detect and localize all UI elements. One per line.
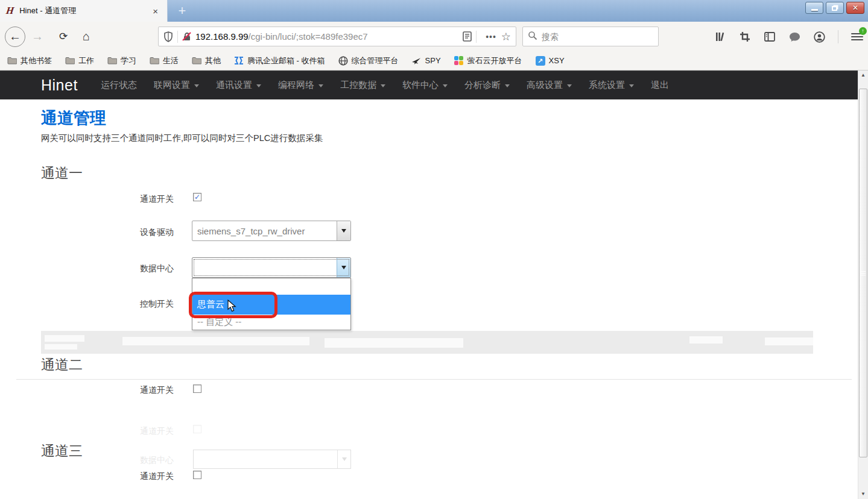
select-arrow-icon[interactable] [337, 258, 350, 277]
folder-icon [107, 56, 117, 66]
nav-item-software-center[interactable]: 软件中心 [402, 80, 448, 91]
chevron-down-icon [256, 84, 261, 87]
screenshot-icon[interactable] [739, 31, 751, 43]
channel1-switch-checkbox[interactable]: ✓ [193, 193, 201, 201]
ghost-checkbox [193, 425, 201, 433]
scrollbar-thumb[interactable] [859, 89, 867, 457]
chevron-down-icon [194, 84, 199, 87]
bookmark-folder-misc[interactable]: 其他 [192, 55, 221, 66]
channel3-heading: 通道三 [41, 442, 83, 460]
chevron-down-icon [381, 84, 385, 87]
new-tab-button[interactable]: + [173, 3, 192, 20]
chevron-down-icon [443, 84, 448, 87]
channel2-switch-label: 通道开关 [140, 385, 176, 396]
reader-mode-icon[interactable] [463, 31, 472, 42]
page-actions-icon[interactable]: ••• [486, 32, 496, 42]
back-button[interactable]: ← [5, 27, 25, 47]
bookmark-folder-study[interactable]: 学习 [107, 55, 136, 66]
globe-icon [338, 56, 348, 66]
tab-close-icon[interactable]: × [150, 5, 161, 17]
bookmark-star-icon[interactable]: ☆ [501, 30, 511, 43]
channel1-datacenter-label: 数据中心 [140, 263, 176, 274]
window-controls: ✕ [805, 2, 864, 14]
channel1-datacenter-select[interactable] [192, 257, 351, 278]
ghost-label: 数据中心 [140, 455, 176, 466]
toolbar-right-icons: ↑ [714, 27, 863, 47]
nav-item-logout[interactable]: 退出 [651, 80, 669, 91]
channel1-switch-label: 通道开关 [140, 194, 176, 205]
channel2-heading: 通道二 [41, 356, 83, 374]
channel3-switch-checkbox[interactable] [193, 471, 201, 479]
channel3-switch-label: 通道开关 [140, 471, 176, 482]
forward-button[interactable]: → [29, 27, 46, 47]
ghost-label: 通道开关 [140, 426, 176, 437]
arrow-square-icon: ↗ [536, 56, 545, 66]
account-icon[interactable] [813, 31, 825, 43]
channel1-driver-label: 设备驱动 [140, 227, 176, 238]
bookmark-spy[interactable]: SPY [412, 56, 441, 66]
search-input[interactable] [542, 32, 644, 42]
nav-item-run-status[interactable]: 运行状态 [101, 80, 137, 91]
bookmark-folder-work[interactable]: 工作 [65, 55, 94, 66]
channel1-control-label: 控制开关 [140, 299, 176, 310]
browser-toolbar: ← → ⟳ ⌂ 192.168.9.99/cgi-bin/luci/;stok=… [0, 22, 868, 51]
bookmark-mgmt-platform[interactable]: 综合管理平台 [338, 55, 399, 66]
home-button[interactable]: ⌂ [77, 27, 95, 47]
stale-render-band [41, 331, 813, 354]
bookmark-tencent-mail[interactable]: 腾讯企业邮箱 - 收件箱 [234, 55, 325, 66]
nav-item-system-settings[interactable]: 系统设置 [589, 80, 634, 91]
url-text[interactable]: 192.168.9.99/cgi-bin/luci/;stok=489fe39e… [195, 31, 463, 42]
library-icon[interactable] [714, 31, 726, 43]
folder-icon [65, 56, 75, 66]
site-navbar: Hinet 运行状态 联网设置 通讯设置 编程网络 工控数据 软件中心 分析诊断… [0, 71, 858, 99]
driver-select-value: siemens_s7_tcp_rw_driver [192, 226, 337, 236]
update-badge-icon: ↑ [859, 27, 867, 35]
url-host: 192.168.9.99 [195, 31, 249, 42]
page-scrollbar[interactable]: ▲ ▼ [858, 71, 868, 499]
brand-logo[interactable]: Hinet [41, 77, 78, 94]
titlebar: H Hinet - 通道管理 × + ✕ [0, 0, 868, 22]
menu-icon[interactable]: ↑ [851, 31, 863, 43]
hinet-favicon-icon: H [5, 5, 15, 17]
scroll-down-icon[interactable]: ▼ [858, 489, 868, 499]
nav-item-advanced-settings[interactable]: 高级设置 [527, 80, 572, 91]
mouse-cursor-icon [227, 300, 237, 315]
browser-tab[interactable]: H Hinet - 通道管理 × [0, 0, 168, 22]
channel1-driver-select[interactable]: siemens_s7_tcp_rw_driver [192, 221, 351, 241]
minimize-button[interactable] [805, 2, 823, 14]
bookmark-folder-life[interactable]: 生活 [150, 55, 179, 66]
address-bar[interactable]: 192.168.9.99/cgi-bin/luci/;stok=489fe39e… [158, 27, 516, 46]
page-subtitle: 网关可以同时支持三个通道同时工作,即可以同时对三个PLC进行数据采集 [41, 133, 323, 144]
shield-icon[interactable] [163, 31, 173, 42]
bookmark-xsy[interactable]: ↗ XSY [536, 56, 565, 66]
insecure-lock-icon[interactable] [182, 32, 192, 42]
folder-icon [150, 56, 159, 66]
folder-icon [192, 56, 201, 66]
reload-button[interactable]: ⟳ [54, 27, 72, 47]
bookmarks-bar: 其他书签 工作 学习 生活 其他 腾讯企业邮箱 - 收件箱 综合管理平台 SP [0, 51, 868, 71]
folder-icon [7, 56, 17, 66]
sidebar-icon[interactable] [764, 31, 776, 43]
close-button[interactable]: ✕ [846, 2, 864, 14]
bookmark-folder-other-bookmarks[interactable]: 其他书签 [7, 55, 52, 66]
tab-title: Hinet - 通道管理 [19, 5, 150, 16]
channel1-heading: 通道一 [41, 164, 83, 183]
channel2-switch-checkbox[interactable] [193, 384, 201, 393]
nav-item-programming-network[interactable]: 编程网络 [278, 80, 323, 91]
nav-item-comm-settings[interactable]: 通讯设置 [216, 80, 261, 91]
jet-icon [412, 56, 422, 66]
bookmark-ezviz[interactable]: 萤石云开放平台 [454, 55, 522, 66]
nav-item-diagnostics[interactable]: 分析诊断 [464, 80, 510, 91]
nav-item-industrial-data[interactable]: 工控数据 [340, 80, 385, 91]
restore-button[interactable] [826, 2, 844, 14]
browser-window: H Hinet - 通道管理 × + ✕ ← → ⟳ ⌂ 192.168.9.9… [0, 0, 868, 499]
url-path: /cgi-bin/luci/;stok=489fe39ec7 [249, 31, 368, 42]
chevron-down-icon [567, 84, 572, 87]
nav-item-network-settings[interactable]: 联网设置 [154, 80, 199, 91]
search-bar[interactable] [522, 27, 659, 46]
tencent-mail-icon [234, 56, 244, 66]
scroll-up-icon[interactable]: ▲ [858, 71, 868, 80]
ghost-select [193, 450, 351, 469]
messenger-icon[interactable] [788, 31, 800, 43]
select-arrow-icon[interactable] [337, 221, 350, 240]
